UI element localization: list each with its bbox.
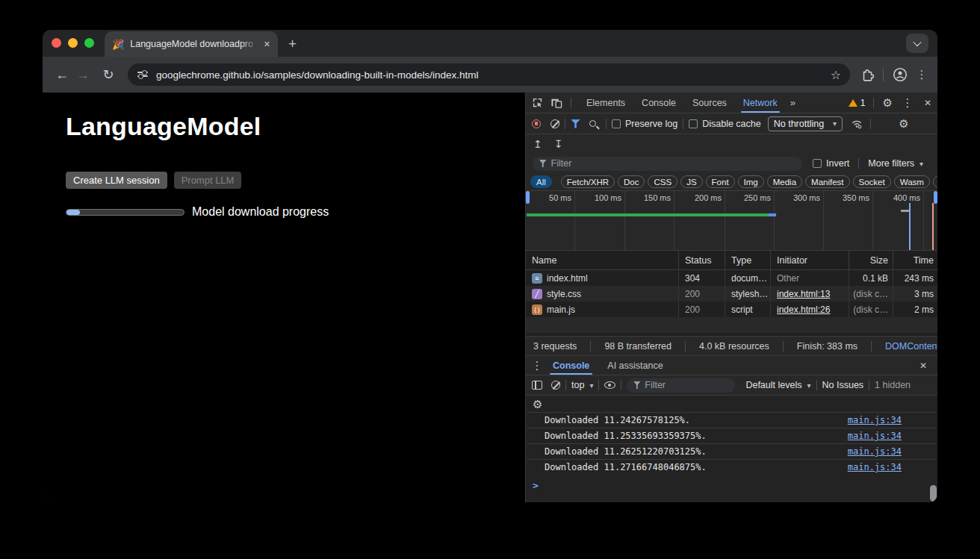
execution-context-select[interactable]: top ▾ (571, 380, 593, 390)
message-source-link[interactable]: main.js:34 (848, 446, 902, 457)
tab-console[interactable]: Console (635, 93, 683, 113)
tab-search-button[interactable] (906, 34, 928, 53)
timeline-tick: 150 ms (626, 193, 671, 202)
table-row[interactable]: ╱style.css 200 stylesh… index.html:13 (d… (526, 286, 937, 302)
message-text: Downloaded 11.27166748046875%. (545, 462, 707, 472)
message-source-link[interactable]: main.js:34 (848, 415, 902, 425)
chip-doc[interactable]: Doc (618, 175, 645, 188)
drawer-tab-console[interactable]: Console (544, 356, 598, 375)
site-settings-icon[interactable] (137, 69, 149, 81)
back-button[interactable]: ← (52, 67, 72, 83)
clear-console-icon[interactable] (551, 381, 560, 390)
initiator-link[interactable]: index.html:26 (777, 305, 830, 315)
console-settings-row: ⚙ (526, 396, 937, 412)
export-har-icon[interactable]: ↧ (554, 138, 563, 150)
chevron-down-icon: ▾ (807, 381, 810, 390)
minimize-window-button[interactable] (68, 38, 78, 48)
chip-media[interactable]: Media (767, 175, 802, 188)
more-filters-button[interactable]: More filters ▾ (868, 158, 923, 169)
col-initiator[interactable]: Initiator (770, 251, 849, 269)
scrollbar-thumb[interactable] (930, 485, 937, 502)
clear-network-log-icon[interactable] (551, 119, 559, 128)
devtools-settings-gear-icon[interactable]: ⚙ (882, 97, 892, 108)
extensions-icon[interactable] (860, 68, 874, 81)
message-source-link[interactable]: main.js:34 (848, 431, 902, 441)
col-status[interactable]: Status (678, 251, 725, 269)
divider (873, 98, 874, 108)
chip-wasm[interactable]: Wasm (894, 175, 930, 188)
col-name[interactable]: Name (526, 251, 678, 269)
summary-finish: Finish: 383 ms (789, 341, 866, 352)
hidden-messages-count[interactable]: 1 hidden (875, 380, 911, 390)
console-sidebar-icon[interactable] (532, 381, 542, 390)
chip-js[interactable]: JS (680, 175, 702, 188)
devtools-close-icon[interactable]: ✕ (924, 98, 931, 108)
network-filter-input[interactable] (551, 158, 796, 169)
zoom-window-button[interactable] (84, 38, 94, 48)
chip-all[interactable]: All (530, 175, 552, 188)
drawer-kebab-icon[interactable]: ⋮ (530, 359, 544, 372)
issues-link[interactable]: No Issues (822, 380, 864, 390)
search-icon[interactable] (589, 120, 598, 127)
chip-socket[interactable]: Socket (853, 175, 891, 188)
console-message: Downloaded 11.24267578125%. main.js:34 (527, 412, 936, 428)
chip-css[interactable]: CSS (648, 175, 677, 188)
more-panels-icon[interactable]: » (787, 97, 798, 108)
new-tab-button[interactable]: + (288, 37, 297, 51)
request-name: style.css (547, 289, 581, 299)
disable-cache-checkbox[interactable] (689, 119, 698, 128)
network-conditions-icon[interactable] (851, 119, 863, 129)
timeline-tick: 100 ms (577, 193, 621, 202)
console-settings-gear-icon[interactable]: ⚙ (533, 399, 542, 410)
devtools-menu-kebab-icon[interactable]: ⋮ (901, 96, 914, 110)
filter-funnel-icon[interactable] (571, 119, 580, 128)
tab-network[interactable]: Network (736, 93, 784, 113)
chip-font[interactable]: Font (706, 175, 735, 188)
throttling-select[interactable]: No throttling ▾ (768, 116, 843, 131)
initiator-link[interactable]: index.html:13 (777, 289, 830, 299)
request-time: 3 ms (893, 286, 937, 302)
tab-close-icon[interactable]: ✕ (264, 40, 270, 49)
import-har-icon[interactable]: ↥ (533, 138, 542, 150)
close-window-button[interactable] (52, 38, 61, 48)
chip-other[interactable]: Other (933, 175, 937, 188)
network-settings-gear-icon[interactable]: ⚙ (899, 118, 908, 129)
console-message: Downloaded 11.25335693359375%. main.js:3… (527, 428, 936, 443)
create-llm-session-button[interactable]: Create LLM session (66, 172, 167, 189)
preserve-log-checkbox[interactable] (612, 119, 621, 128)
col-type[interactable]: Type (725, 251, 770, 269)
browser-tab[interactable]: 🎉 LanguageModel downloadpro ✕ (105, 31, 278, 57)
network-overview-timeline[interactable]: 50 ms 100 ms 150 ms 200 ms 250 ms 300 ms… (526, 191, 937, 251)
console-filter-input[interactable] (645, 380, 728, 390)
drawer-tab-ai-assistance[interactable]: AI assistance (598, 356, 672, 375)
record-network-log-icon[interactable] (532, 119, 541, 128)
browser-menu-kebab-icon[interactable]: ⋮ (915, 68, 928, 81)
timeline-left-handle[interactable] (526, 191, 530, 204)
col-size[interactable]: Size (849, 251, 893, 269)
bookmark-star-icon[interactable]: ☆ (831, 68, 841, 82)
invert-checkbox[interactable] (813, 159, 822, 168)
console-prompt[interactable]: > (526, 475, 937, 502)
profile-icon[interactable] (893, 67, 908, 82)
live-expression-eye-icon[interactable] (604, 381, 615, 389)
address-bar[interactable]: googlechrome.github.io/samples/downloadi… (128, 63, 850, 86)
forward-button[interactable]: → (72, 67, 93, 83)
inspect-element-icon[interactable] (532, 97, 543, 108)
overview-request-dash (901, 210, 909, 212)
chip-manifest[interactable]: Manifest (805, 175, 849, 188)
chip-fetch-xhr[interactable]: Fetch/XHR (561, 175, 615, 188)
chip-img[interactable]: Img (738, 175, 764, 188)
table-row[interactable]: ≡index.html 304 docum… Other 0.1 kB 243 … (526, 270, 937, 286)
tab-sources[interactable]: Sources (686, 93, 734, 113)
timeline-right-handle[interactable] (934, 191, 937, 204)
tab-elements[interactable]: Elements (580, 93, 632, 113)
issues-badge[interactable]: 1 (849, 98, 866, 108)
message-source-link[interactable]: main.js:34 (848, 462, 902, 472)
col-time[interactable]: Time (893, 251, 937, 269)
console-drawer-header: ⋮ Console AI assistance ✕ (526, 355, 937, 375)
drawer-close-icon[interactable]: ✕ (919, 360, 927, 371)
table-row[interactable]: { }main.js 200 script index.html:26 (dis… (526, 302, 937, 317)
device-toolbar-icon[interactable] (551, 97, 562, 108)
log-levels-select[interactable]: Default levels ▾ (745, 380, 810, 390)
reload-button[interactable]: ↻ (98, 66, 119, 83)
